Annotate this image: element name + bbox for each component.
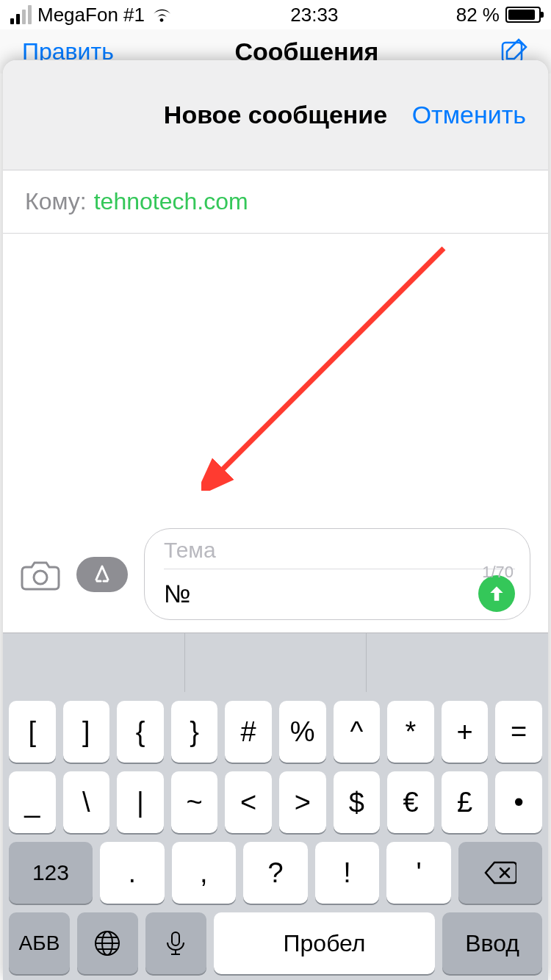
suggestion-2[interactable]: [185, 633, 367, 692]
key-numbers[interactable]: 123: [9, 842, 93, 904]
key-period[interactable]: .: [100, 842, 165, 904]
svg-line-1: [216, 248, 444, 476]
svg-point-2: [34, 571, 47, 584]
battery-percent: 82 %: [456, 4, 500, 26]
char-counter: 1/70: [482, 563, 514, 582]
key-comma[interactable]: ,: [172, 842, 237, 904]
key-space[interactable]: Пробел: [214, 912, 436, 974]
camera-button[interactable]: [21, 558, 60, 591]
backspace-icon: [484, 861, 516, 884]
microphone-icon: [162, 929, 190, 957]
key-caret[interactable]: ^: [334, 701, 381, 763]
signal-icon: [10, 5, 32, 24]
appstore-button[interactable]: [76, 557, 128, 592]
key-underscore[interactable]: _: [9, 771, 56, 833]
key-row-3: 123 . , ? ! ': [3, 842, 548, 904]
key-pound[interactable]: £: [442, 771, 489, 833]
key-dictate[interactable]: [145, 912, 206, 974]
carrier-label: MegaFon #1: [37, 4, 145, 26]
battery-icon: [505, 7, 541, 23]
status-bar: MegaFon #1 23:33 82 %: [0, 0, 551, 29]
key-hash[interactable]: #: [225, 701, 272, 763]
key-tilde[interactable]: ~: [171, 771, 218, 833]
sheet-header: Новое сообщение Отменить: [3, 60, 548, 170]
key-pipe[interactable]: |: [117, 771, 164, 833]
key-rbrace[interactable]: }: [171, 701, 218, 763]
key-lbracket[interactable]: [: [9, 701, 56, 763]
key-backspace[interactable]: [458, 842, 542, 904]
key-row-1: [ ] { } # % ^ * + =: [3, 701, 548, 763]
key-percent[interactable]: %: [279, 701, 326, 763]
message-input-row: 1/70 №: [3, 523, 548, 633]
key-question[interactable]: ?: [243, 842, 308, 904]
subject-input[interactable]: [164, 535, 515, 569]
key-exclaim[interactable]: !: [315, 842, 380, 904]
keyboard: [ ] { } # % ^ * + = _ \ | ~ < > $ € £ • …: [3, 633, 548, 980]
appstore-icon: [90, 562, 115, 587]
globe-icon: [93, 929, 121, 957]
suggestion-3[interactable]: [367, 633, 548, 692]
annotation-arrow-icon: [201, 241, 451, 491]
key-bullet[interactable]: •: [495, 771, 542, 833]
key-abc[interactable]: АБВ: [9, 912, 70, 974]
to-label: Кому:: [25, 188, 87, 215]
key-backslash[interactable]: \: [63, 771, 110, 833]
to-field-row[interactable]: Кому: tehnotech.com: [3, 170, 548, 234]
key-lt[interactable]: <: [225, 771, 272, 833]
clock: 23:33: [290, 4, 338, 26]
key-asterisk[interactable]: *: [387, 701, 434, 763]
suggestion-1[interactable]: [3, 633, 185, 692]
cancel-button[interactable]: Отменить: [412, 101, 526, 129]
key-row-2: _ \ | ~ < > $ € £ •: [3, 771, 548, 833]
to-recipient: tehnotech.com: [94, 188, 248, 215]
svg-rect-8: [172, 932, 179, 945]
key-lbrace[interactable]: {: [117, 701, 164, 763]
key-dollar[interactable]: $: [334, 771, 381, 833]
arrow-up-icon: [487, 584, 506, 603]
key-equals[interactable]: =: [495, 701, 542, 763]
key-globe[interactable]: [77, 912, 138, 974]
camera-icon: [21, 558, 60, 591]
key-enter[interactable]: Ввод: [442, 912, 542, 974]
compose-area: 1/70 №: [3, 234, 548, 633]
key-gt[interactable]: >: [279, 771, 326, 833]
key-apostrophe[interactable]: ': [386, 842, 451, 904]
key-row-4: АБВ Пробел Ввод: [3, 912, 548, 974]
suggestion-bar[interactable]: [3, 633, 548, 692]
key-plus[interactable]: +: [442, 701, 489, 763]
key-euro[interactable]: €: [387, 771, 434, 833]
message-body-text[interactable]: №: [164, 580, 190, 608]
new-message-sheet: Новое сообщение Отменить Кому: tehnotech…: [3, 60, 548, 980]
key-rbracket[interactable]: ]: [63, 701, 110, 763]
wifi-icon: [151, 7, 173, 23]
message-bubble[interactable]: 1/70 №: [144, 528, 530, 620]
